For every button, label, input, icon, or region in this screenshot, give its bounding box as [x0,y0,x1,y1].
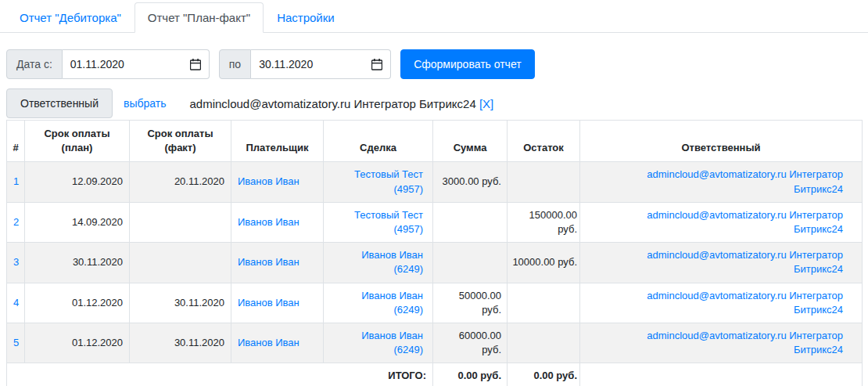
fact-date-cell [130,202,231,242]
date-from-value: 01.11.2020 [70,58,124,70]
rest-cell [508,323,580,363]
row-number-link[interactable]: 1 [13,175,19,187]
sum-cell [433,243,508,283]
responsible-link[interactable]: admincloud@avtomatizatory.ru Интегратор … [647,249,843,275]
total-label: ИТОГО: [7,363,433,386]
tab-report-plan-fact[interactable]: Отчет "План-факт" [135,2,264,33]
col-header-responsible: Ответственный [580,121,863,162]
remove-responsible-link[interactable]: [X] [479,97,493,110]
col-header-deal: Сделка [324,121,433,162]
responsible-link[interactable]: admincloud@avtomatizatory.ru Интегратор … [647,290,843,316]
col-header-plan-date: Срок оплаты (план) [25,121,130,162]
calendar-icon[interactable] [190,59,201,70]
choose-responsible-link[interactable]: выбрать [124,97,167,110]
generate-report-button[interactable]: Сформировать отчет [400,49,535,79]
fact-date-cell: 30.11.2020 [130,323,231,363]
table-row: 2 14.09.2020 Иванов Иван Тестовый Тест (… [7,202,863,242]
payer-link[interactable]: Иванов Иван [238,175,299,187]
rest-cell [508,162,580,202]
date-from-label: Дата с: [6,49,63,79]
selected-responsible-text: admincloud@avtomatizatory.ru Интегратор … [189,97,475,110]
selected-responsible: admincloud@avtomatizatory.ru Интегратор … [189,97,493,110]
table-row: 5 01.12.2020 30.11.2020 Иванов Иван Иван… [7,323,863,363]
plan-date-cell: 12.09.2020 [25,162,130,202]
row-number-link[interactable]: 4 [13,297,19,308]
tab-settings[interactable]: Настройки [264,2,348,33]
responsible-link[interactable]: admincloud@avtomatizatory.ru Интегратор … [647,330,843,355]
plan-date-cell: 01.12.2020 [25,323,130,363]
fact-date-cell: 20.11.2020 [130,162,231,202]
payer-link[interactable]: Иванов Иван [238,216,299,228]
col-header-fact-date: Срок оплаты (факт) [130,121,231,162]
date-to-input[interactable]: 30.11.2020 [251,49,391,79]
fact-date-cell [130,243,231,283]
row-number-link[interactable]: 3 [13,256,19,268]
sum-cell: 3000.00 руб. [433,162,508,202]
table-row: 1 12.09.2020 20.11.2020 Иванов Иван Тест… [7,162,863,202]
tab-report-debitorka[interactable]: Отчет "Дебиторка" [6,2,135,33]
responsible-filter-button[interactable]: Ответственный [6,88,113,118]
date-to-group: по 30.11.2020 [219,49,391,79]
plan-date-cell: 14.09.2020 [25,202,130,242]
col-header-rest: Остаток [508,121,580,162]
total-sum: 0.00 руб. [433,363,508,386]
table-row: 4 01.12.2020 30.11.2020 Иванов Иван Иван… [7,283,863,323]
payer-link[interactable]: Иванов Иван [238,337,299,348]
sum-cell: 60000.00 руб. [433,323,508,363]
plan-date-cell: 01.12.2020 [25,283,130,323]
total-rest: 0.00 руб. [508,363,580,386]
deal-link[interactable]: Иванов Иван (6249) [361,249,423,275]
col-header-payer: Плательщик [231,121,324,162]
tab-bar: Отчет "Дебиторка" Отчет "План-факт" Наст… [0,0,868,33]
responsible-link[interactable]: admincloud@avtomatizatory.ru Интегратор … [647,209,843,235]
date-to-value: 30.11.2020 [259,58,313,70]
row-number-link[interactable]: 5 [13,337,19,348]
responsible-filter-row: Ответственный выбрать admincloud@avtomat… [6,88,862,118]
table-total-row: ИТОГО: 0.00 руб. 0.00 руб. [7,363,863,386]
date-to-label: по [219,49,251,79]
table-row: 3 30.11.2020 Иванов Иван Иванов Иван (62… [7,243,863,283]
date-from-input[interactable]: 01.11.2020 [63,49,210,79]
calendar-icon[interactable] [371,59,382,70]
fact-date-cell: 30.11.2020 [130,283,231,323]
row-number-link[interactable]: 2 [13,216,19,228]
date-from-group: Дата с: 01.11.2020 [6,49,210,79]
table-header-row: # Срок оплаты (план) Срок оплаты (факт) … [7,121,863,162]
deal-link[interactable]: Иванов Иван (6249) [361,290,423,316]
date-filter-row: Дата с: 01.11.2020 по 30.11.2020 Сформир… [6,49,862,79]
deal-link[interactable]: Иванов Иван (6249) [361,330,423,355]
rest-cell: 10000.00 руб. [508,243,580,283]
sum-cell: 50000.00 руб. [433,283,508,323]
deal-link[interactable]: Тестовый Тест (4957) [354,168,423,194]
payer-link[interactable]: Иванов Иван [238,297,299,308]
plan-date-cell: 30.11.2020 [25,243,130,283]
rest-cell: 150000.00 руб. [508,202,580,242]
payer-link[interactable]: Иванов Иван [238,256,299,268]
rest-cell [508,283,580,323]
col-header-sum: Сумма [433,121,508,162]
responsible-link[interactable]: admincloud@avtomatizatory.ru Интегратор … [647,168,843,194]
sum-cell [433,202,508,242]
col-header-num: # [7,121,25,162]
deal-link[interactable]: Тестовый Тест (4957) [354,209,423,235]
total-empty-cell [580,363,863,386]
plan-fact-table: # Срок оплаты (план) Срок оплаты (факт) … [6,120,863,386]
